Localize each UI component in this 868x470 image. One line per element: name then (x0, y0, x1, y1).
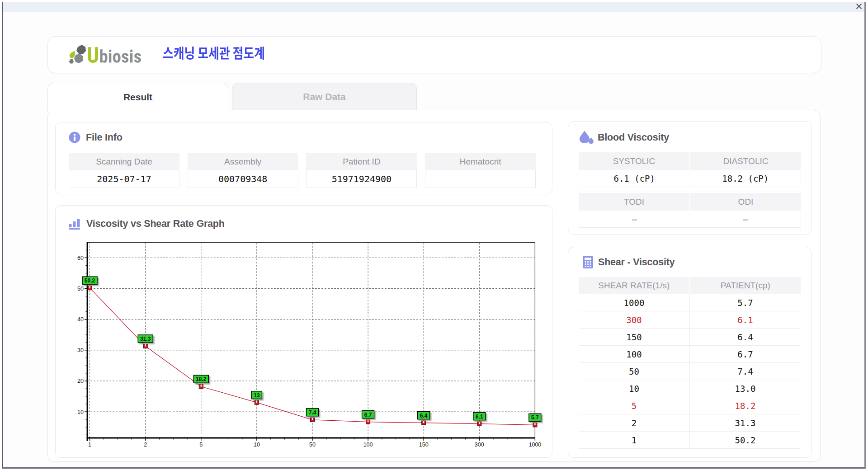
file-info-field: Hematocrit (425, 153, 536, 188)
data-point-label: 18.2 (193, 375, 208, 383)
info-icon (69, 132, 80, 143)
shear-rate-cell: 100 (579, 346, 690, 362)
data-point-marker-notch (534, 423, 535, 425)
x-tick-label: 1 (88, 442, 91, 448)
table-header-row: TODI ODI (579, 193, 801, 211)
patient-cell: 6.7 (690, 346, 801, 362)
file-info-field-value: 000709348 (188, 170, 298, 188)
y-tick-label: 60 (77, 255, 84, 261)
svg-text:13: 13 (254, 392, 260, 399)
diastolic-value: 18.2 (cP) (690, 170, 801, 187)
patient-header: PATIENT(cp) (690, 277, 801, 294)
svg-text:6.7: 6.7 (364, 412, 372, 418)
shear-rate-cell: 10 (579, 380, 690, 397)
data-point-marker-notch (423, 421, 424, 423)
graph-card: Viscosity vs Shear Rate Graph 1020304050… (55, 205, 552, 458)
blood-viscosity-title: Blood Viscosity (598, 132, 669, 143)
viscosity-chart: 1020304050601251050100150300100050.231.3… (59, 235, 545, 451)
file-info-field-value (425, 170, 536, 188)
systolic-value: 6.1 (cP) (579, 170, 690, 187)
tab-raw-data[interactable]: Raw Data (232, 83, 417, 110)
brand-logo (87, 47, 143, 64)
file-info-field-label: Patient ID (306, 153, 417, 170)
shear-viscosity-rows: 10005.73006.11506.41006.7507.41013.0518.… (579, 294, 801, 449)
data-point-label: 6.7 (362, 411, 374, 418)
patient-cell: 18.2 (690, 397, 801, 414)
data-point-label: 6.1 (473, 413, 486, 420)
shear-rate-cell: 1000 (579, 294, 690, 311)
file-info-field: Scanning Date2025-07-17 (69, 153, 179, 188)
diastolic-header: DIASTOLIC (690, 152, 801, 170)
x-tick-label: 2 (144, 442, 147, 448)
odi-value: – (690, 211, 801, 227)
table-row: 231.3 (579, 414, 801, 432)
data-point-marker-notch (368, 420, 368, 422)
close-icon[interactable] (856, 3, 862, 9)
shear-rate-cell: 5 (579, 397, 690, 414)
file-info-title: File Info (86, 132, 123, 143)
tab-result-label: Result (123, 92, 152, 103)
file-info-field-value: 51971924900 (306, 170, 417, 188)
x-tick-label: 300 (475, 442, 484, 448)
page-title-korean (163, 47, 265, 60)
shear-viscosity-card: Shear - Viscosity SHEAR RATE(1/s) PATIEN… (568, 247, 812, 458)
data-point-label: 50.2 (82, 277, 97, 284)
file-info-field-value: 2025-07-17 (69, 170, 179, 188)
svg-text:31.3: 31.3 (140, 336, 151, 342)
table-header-row: SYSTOLIC DIASTOLIC (579, 152, 801, 170)
data-point-label: 6.4 (418, 412, 430, 419)
brand-logo-rest (100, 49, 141, 63)
data-point-marker-notch (479, 422, 480, 424)
svg-text:7.4: 7.4 (309, 409, 316, 416)
x-tick-label: 100 (363, 442, 373, 448)
todi-value: – (579, 211, 690, 227)
file-info-field: Patient ID51971924900 (306, 153, 417, 188)
data-point-marker-notch (256, 400, 257, 403)
shear-rate-cell: 2 (579, 414, 690, 431)
ubiosis-logo-icon (68, 44, 87, 64)
data-point-label: 31.3 (138, 335, 153, 343)
shear-viscosity-header: Shear - Viscosity (583, 256, 675, 268)
patient-cell: 13.0 (690, 380, 801, 397)
y-tick-label: 20 (77, 378, 84, 384)
x-tick-label: 1000 (528, 442, 541, 448)
table-header-row: SHEAR RATE(1/s) PATIENT(cp) (579, 277, 801, 294)
result-panel: File Info Scanning Date2025-07-17Assembl… (47, 110, 821, 462)
table-row: 1506.4 (579, 329, 801, 346)
svg-text:50.2: 50.2 (85, 277, 95, 284)
table-row: 1013.0 (579, 380, 801, 397)
shear-rate-cell: 150 (579, 329, 690, 345)
data-point-marker-notch (145, 344, 146, 346)
window-titlebar (3, 2, 864, 12)
systolic-diastolic-table: SYSTOLIC DIASTOLIC 6.1 (cP) 18.2 (cP) (579, 152, 801, 187)
x-tick-label: 50 (309, 442, 316, 448)
odi-header: ODI (690, 193, 801, 211)
header-card (47, 36, 821, 73)
svg-text:6.4: 6.4 (420, 413, 428, 419)
shear-rate-header: SHEAR RATE(1/s) (579, 277, 689, 294)
data-point-marker-notch (201, 385, 202, 387)
table-row: 150.2 (579, 432, 801, 449)
x-tick-label: 10 (254, 442, 260, 448)
patient-cell: 5.7 (690, 294, 801, 311)
table-value-row: – – (579, 211, 801, 228)
graph-title: Viscosity vs Shear Rate Graph (86, 218, 225, 230)
app-root: { "window": { "close_icon": "close" }, "… (0, 0, 868, 470)
y-tick-label: 10 (77, 409, 84, 415)
todi-odi-table: TODI ODI – – (579, 193, 801, 228)
shear-rate-cell: 50 (579, 363, 690, 380)
tab-result[interactable]: Result (47, 83, 228, 111)
x-tick-label: 150 (419, 442, 429, 448)
todi-header: TODI (579, 193, 689, 211)
x-tick-label: 5 (199, 442, 203, 448)
patient-cell: 50.2 (690, 432, 801, 448)
shear-rate-cell: 300 (579, 311, 690, 328)
blood-viscosity-card: Blood Viscosity SYSTOLIC DIASTOLIC 6.1 (… (568, 121, 812, 235)
blood-viscosity-header: Blood Viscosity (580, 131, 669, 144)
file-info-header: File Info (69, 132, 123, 143)
table-row: 3006.1 (579, 311, 801, 329)
blood-drops-icon (580, 131, 596, 144)
data-point-marker-notch (312, 418, 313, 420)
patient-cell: 7.4 (690, 363, 801, 380)
table-row: 518.2 (579, 397, 801, 414)
